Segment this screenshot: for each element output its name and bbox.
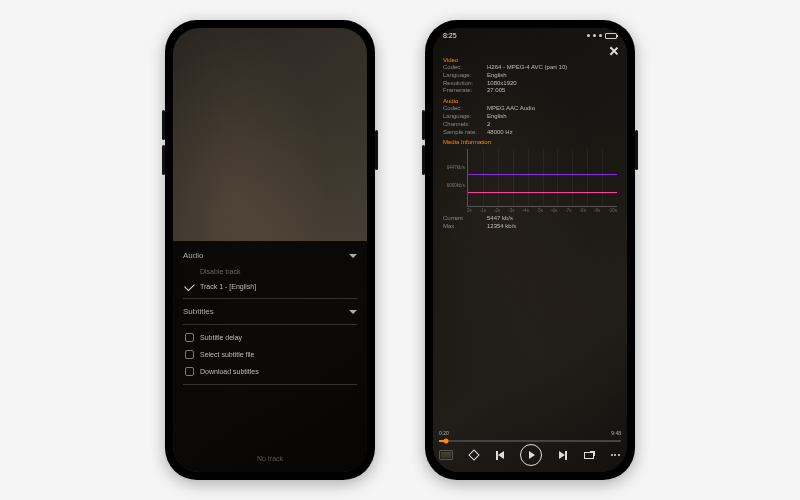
subtitle-delay-row[interactable]: Subtitle delay <box>183 329 357 346</box>
battery-icon <box>605 33 617 39</box>
x-ticks: 0s-1s -2s-3s -4s-5s -6s-7s -8s-9s -10s <box>467 208 617 213</box>
max-bitrate-value: 12354 kb/s <box>487 223 516 231</box>
audio-heading: Audio <box>443 98 617 104</box>
current-bitrate-value: 5447 kb/s <box>487 215 513 223</box>
volume-down-button[interactable] <box>422 145 425 175</box>
disable-track-row[interactable]: Disable track <box>183 264 357 279</box>
close-icon[interactable] <box>609 46 619 56</box>
player-bar: 0:20 9:48 <box>439 430 621 466</box>
check-icon <box>184 280 195 291</box>
divider <box>183 324 357 325</box>
signal-icon <box>587 34 590 37</box>
download-subtitle-row[interactable]: Download subtitles <box>183 363 357 380</box>
video-area[interactable] <box>173 28 367 241</box>
max-bitrate-label: Max <box>443 223 483 231</box>
screen-left: Audio Disable track Track 1 - [English] … <box>173 28 367 472</box>
samplerate-label: Sample rate: <box>443 129 483 137</box>
codec-label: Codec: <box>443 105 483 113</box>
wifi-icon <box>593 34 596 37</box>
perf-heading: Media Information <box>443 139 617 145</box>
volume-up-button[interactable] <box>422 110 425 140</box>
video-heading: Video <box>443 57 617 63</box>
time-duration: 9:48 <box>611 430 621 436</box>
download-subtitle-label: Download subtitles <box>200 368 259 375</box>
clock-icon <box>185 333 194 342</box>
subtitles-header-label: Subtitles <box>183 307 214 316</box>
play-button[interactable] <box>520 444 542 466</box>
time-current: 0:20 <box>439 430 449 436</box>
codec-label: Codec: <box>443 64 483 72</box>
bitrate-chart <box>467 149 617 207</box>
video-codec-value: H264 - MPEG-4 AVC (part 10) <box>487 64 567 72</box>
more-icon[interactable] <box>610 450 621 461</box>
divider <box>183 384 357 385</box>
video-language-value: English <box>487 72 507 80</box>
subtitles-section-header[interactable]: Subtitles <box>183 303 357 320</box>
aspect-icon[interactable] <box>468 450 479 461</box>
framerate-label: Framerate: <box>443 87 483 95</box>
current-bitrate-label: Current <box>443 215 483 223</box>
language-label: Language: <box>443 113 483 121</box>
phone-left: Audio Disable track Track 1 - [English] … <box>165 20 375 480</box>
audio-header-label: Audio <box>183 251 203 260</box>
channels-label: Channels: <box>443 121 483 129</box>
power-button[interactable] <box>635 130 638 170</box>
misc-status-icon <box>599 34 602 37</box>
track-1-label: Track 1 - [English] <box>200 283 256 290</box>
divider <box>183 298 357 299</box>
media-info-panel: Video Codec:H264 - MPEG-4 AVC (part 10) … <box>443 54 617 231</box>
previous-button[interactable] <box>494 450 505 461</box>
play-icon <box>529 451 535 459</box>
next-button[interactable] <box>558 450 569 461</box>
track-1-row[interactable]: Track 1 - [English] <box>183 279 357 294</box>
chevron-down-icon <box>349 310 357 314</box>
subtitle-delay-label: Subtitle delay <box>200 334 242 341</box>
no-track-footer: No track <box>183 451 357 466</box>
volume-down-button[interactable] <box>162 145 165 175</box>
audio-codec-value: MPEG AAC Audio <box>487 105 535 113</box>
pip-icon[interactable] <box>584 450 595 461</box>
chevron-down-icon <box>349 254 357 258</box>
audio-section-header[interactable]: Audio <box>183 247 357 264</box>
select-subtitle-row[interactable]: Select subtitle file <box>183 346 357 363</box>
disable-track-label: Disable track <box>200 268 240 275</box>
audio-samplerate-value: 48000 Hz <box>487 129 513 137</box>
thumbnail-preview[interactable] <box>439 450 453 460</box>
status-icons <box>587 33 617 39</box>
y-label-hi: 6447kb/s <box>447 165 465 170</box>
power-button[interactable] <box>375 130 378 170</box>
seek-bar[interactable] <box>439 440 621 442</box>
download-icon <box>185 367 194 376</box>
volume-up-button[interactable] <box>162 110 165 140</box>
audio-language-value: English <box>487 113 507 121</box>
select-subtitle-label: Select subtitle file <box>200 351 254 358</box>
seek-knob[interactable] <box>444 439 449 444</box>
status-time: 8:25 <box>443 32 457 39</box>
screen-right: 8:25 Video Codec:H264 - MPEG-4 AVC (part… <box>433 28 627 472</box>
video-resolution-value: 1080x1920 <box>487 80 517 88</box>
y-label-lo: 6000kb/s <box>447 183 465 188</box>
language-label: Language: <box>443 72 483 80</box>
video-framerate-value: 27.005 <box>487 87 505 95</box>
track-panel: Audio Disable track Track 1 - [English] … <box>173 241 367 472</box>
status-bar: 8:25 <box>433 28 627 39</box>
resolution-label: Resolution: <box>443 80 483 88</box>
audio-channels-value: 2 <box>487 121 490 129</box>
phone-right: 8:25 Video Codec:H264 - MPEG-4 AVC (part… <box>425 20 635 480</box>
file-icon <box>185 350 194 359</box>
